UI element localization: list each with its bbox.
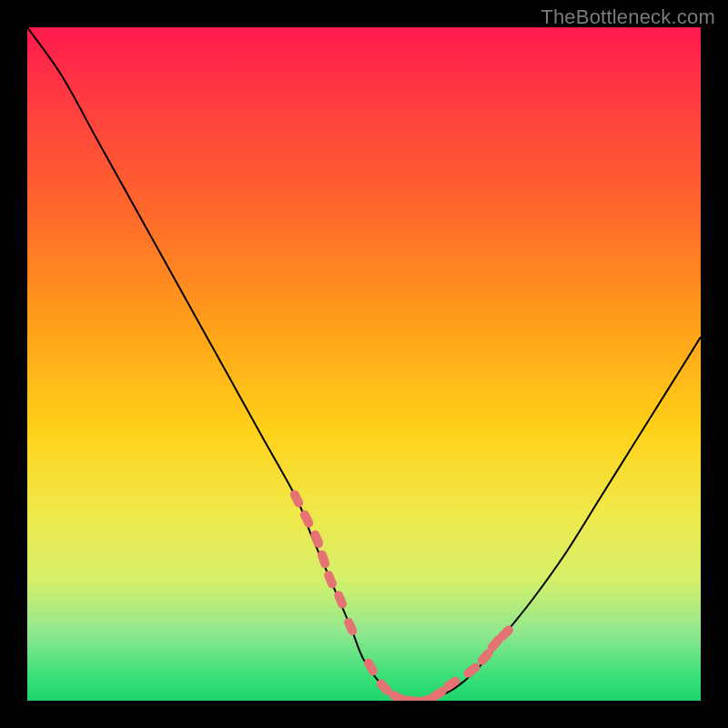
highlight-marker xyxy=(496,623,515,642)
bottleneck-curve xyxy=(27,27,701,701)
highlight-marker xyxy=(317,550,331,570)
highlight-marker xyxy=(343,616,359,636)
highlight-marker xyxy=(362,657,379,677)
highlight-marker xyxy=(388,689,408,701)
plot-area xyxy=(27,27,701,701)
highlight-marker xyxy=(323,570,339,590)
highlight-marker xyxy=(309,529,325,549)
highlight-marker xyxy=(415,694,435,701)
chart-canvas: TheBottleneck.com xyxy=(0,0,728,728)
highlight-marker xyxy=(428,685,448,701)
highlight-marker xyxy=(333,590,349,610)
watermark-text: TheBottleneck.com xyxy=(541,5,715,29)
highlight-marker xyxy=(401,695,420,701)
highlight-marker xyxy=(375,677,394,697)
highlight-marker xyxy=(298,509,315,529)
highlight-marker xyxy=(461,662,481,680)
highlight-marker xyxy=(486,633,505,653)
highlight-marker xyxy=(441,675,461,693)
highlight-marker xyxy=(476,647,495,667)
highlight-markers xyxy=(27,27,701,701)
highlight-marker xyxy=(288,489,305,509)
